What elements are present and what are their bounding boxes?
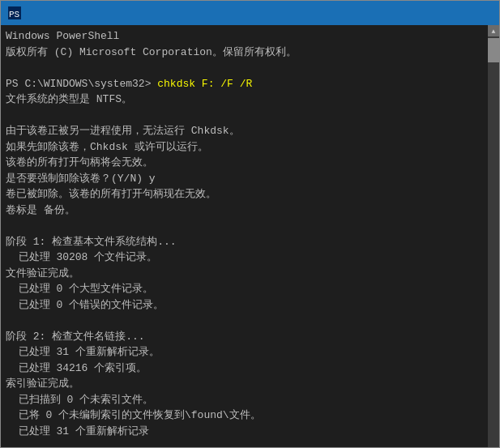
window-controls bbox=[381, 1, 493, 25]
console-body[interactable]: Windows PowerShell 版权所有 (C) Microsoft Co… bbox=[1, 25, 488, 447]
console-area: Windows PowerShell 版权所有 (C) Microsoft Co… bbox=[1, 25, 499, 447]
scrollbar-track[interactable]: ▲ bbox=[488, 25, 499, 447]
scroll-thumb[interactable] bbox=[488, 38, 499, 62]
scroll-up-button[interactable]: ▲ bbox=[488, 25, 499, 36]
console-output: Windows PowerShell 版权所有 (C) Microsoft Co… bbox=[6, 28, 483, 444]
svg-text:PS: PS bbox=[9, 10, 20, 19]
powershell-icon: PS bbox=[7, 6, 22, 20]
close-button[interactable] bbox=[455, 1, 493, 25]
title-bar: PS bbox=[1, 1, 499, 25]
minimize-button[interactable] bbox=[381, 1, 418, 25]
powershell-window: PS Windows PowerShell 版权所有 (C) Microsoft… bbox=[0, 0, 500, 448]
maximize-button[interactable] bbox=[418, 1, 455, 25]
